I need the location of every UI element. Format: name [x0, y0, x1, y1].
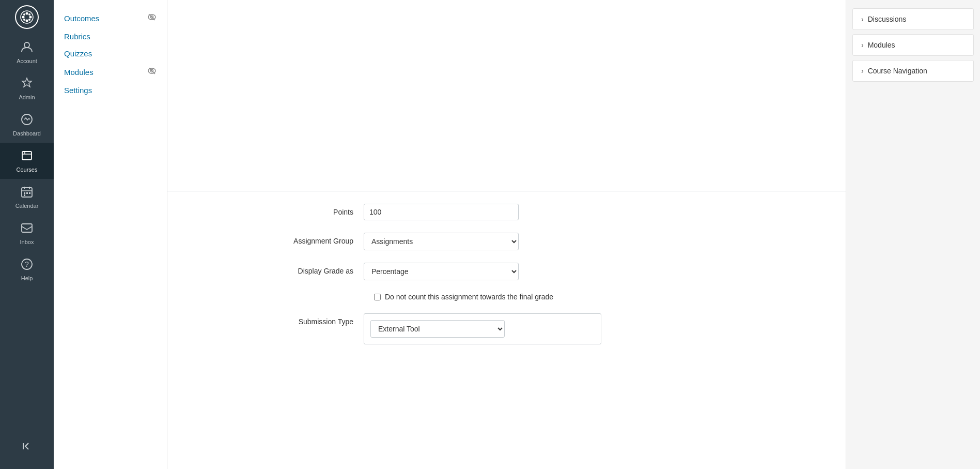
courses-icon [20, 149, 34, 164]
right-panel-course-navigation[interactable]: › Course Navigation [852, 60, 974, 82]
right-panel-modules[interactable]: › Modules [852, 34, 974, 56]
svg-point-5 [23, 13, 25, 16]
sidebar-item-modules[interactable]: Modules [54, 62, 167, 82]
modules-label: Modules [868, 41, 895, 49]
svg-point-6 [28, 13, 30, 16]
svg-point-3 [29, 16, 32, 19]
sidebar-item-rubrics[interactable]: Rubrics [54, 28, 167, 45]
svg-point-4 [26, 20, 28, 22]
course-sidebar: Outcomes Rubrics Quizzes Modules Setting… [54, 0, 167, 469]
svg-rect-21 [24, 194, 25, 196]
nav-item-admin[interactable]: Admin [0, 70, 54, 107]
points-control [364, 204, 519, 220]
svg-point-8 [28, 19, 30, 21]
collapse-icon [21, 440, 33, 455]
assignment-form: Points Assignment Group Assignments Disc… [167, 191, 846, 369]
help-icon: ? [20, 258, 34, 273]
inbox-icon [20, 221, 34, 237]
account-icon [20, 40, 34, 56]
right-panel-discussions[interactable]: › Discussions [852, 8, 974, 30]
left-navigation: Account Admin Dashboard Courses [0, 0, 54, 469]
assignment-group-control: Assignments Discussions Quizzes Ungraded [364, 233, 519, 250]
points-label: Points [271, 204, 364, 216]
nav-item-account[interactable]: Account [0, 34, 54, 70]
admin-icon [20, 77, 34, 92]
svg-rect-20 [29, 192, 30, 194]
svg-point-7 [23, 19, 25, 21]
points-row: Points [271, 204, 742, 220]
nav-item-courses[interactable]: Courses [0, 143, 54, 179]
nav-logo [0, 0, 54, 34]
display-grade-label: Display Grade as [271, 263, 364, 275]
svg-text:?: ? [25, 260, 29, 268]
points-input[interactable] [364, 204, 519, 220]
svg-point-9 [24, 42, 29, 48]
svg-point-2 [22, 16, 25, 19]
svg-rect-22 [22, 224, 32, 232]
nav-collapse-button[interactable] [0, 434, 54, 461]
help-label: Help [21, 275, 33, 281]
assignment-group-select[interactable]: Assignments Discussions Quizzes Ungraded [364, 233, 519, 250]
modules-visibility-icon[interactable] [147, 66, 157, 78]
nav-item-calendar[interactable]: Calendar [0, 179, 54, 215]
submission-type-row: Submission Type External Tool No Submiss… [271, 313, 742, 344]
submission-type-label: Submission Type [271, 313, 364, 326]
sidebar-item-settings[interactable]: Settings [54, 82, 167, 99]
settings-label: Settings [64, 86, 92, 95]
sidebar-item-quizzes[interactable]: Quizzes [54, 45, 167, 62]
nav-item-dashboard[interactable]: Dashboard [0, 107, 54, 143]
outcomes-label: Outcomes [64, 14, 99, 23]
submission-type-select[interactable]: External Tool No Submission Online On Pa… [370, 320, 505, 338]
display-grade-select[interactable]: Percentage Complete/Incomplete Points Le… [364, 263, 519, 280]
sidebar-item-outcomes[interactable]: Outcomes [54, 8, 167, 28]
svg-rect-11 [22, 152, 32, 160]
final-grade-checkbox[interactable] [374, 294, 381, 300]
logo-icon [20, 10, 34, 24]
submission-type-box: External Tool No Submission Online On Pa… [364, 313, 601, 344]
display-grade-control: Percentage Complete/Incomplete Points Le… [364, 263, 519, 280]
course-navigation-label: Course Navigation [868, 67, 927, 75]
modules-label: Modules [64, 68, 94, 77]
assignment-group-row: Assignment Group Assignments Discussions… [271, 233, 742, 250]
main-content: Points Assignment Group Assignments Disc… [167, 0, 846, 469]
chevron-modules-icon: › [861, 41, 864, 49]
svg-rect-18 [24, 192, 25, 194]
final-grade-checkbox-label: Do not count this assignment towards the… [385, 293, 553, 301]
calendar-label: Calendar [15, 203, 39, 209]
display-grade-row: Display Grade as Percentage Complete/Inc… [271, 263, 742, 280]
quizzes-label: Quizzes [64, 49, 92, 58]
outcomes-visibility-icon[interactable] [147, 12, 157, 24]
chevron-discussions-icon: › [861, 15, 864, 23]
assignment-group-label: Assignment Group [271, 233, 364, 245]
logo-circle [15, 5, 39, 29]
inbox-label: Inbox [20, 239, 34, 245]
svg-point-1 [26, 12, 28, 15]
chevron-course-nav-icon: › [861, 67, 864, 75]
nav-item-inbox[interactable]: Inbox [0, 215, 54, 251]
discussions-label: Discussions [868, 15, 907, 23]
dashboard-label: Dashboard [13, 130, 41, 137]
dashboard-icon [20, 113, 34, 128]
account-label: Account [17, 58, 37, 64]
right-panel: › Discussions › Modules › Course Navigat… [846, 0, 980, 469]
final-grade-checkbox-row: Do not count this assignment towards the… [374, 293, 742, 301]
calendar-icon [20, 185, 34, 201]
nav-item-help[interactable]: ? Help [0, 251, 54, 288]
svg-rect-19 [26, 192, 28, 194]
admin-label: Admin [19, 94, 35, 100]
courses-label: Courses [17, 167, 38, 173]
rubrics-label: Rubrics [64, 32, 90, 41]
content-editor[interactable] [167, 0, 846, 191]
